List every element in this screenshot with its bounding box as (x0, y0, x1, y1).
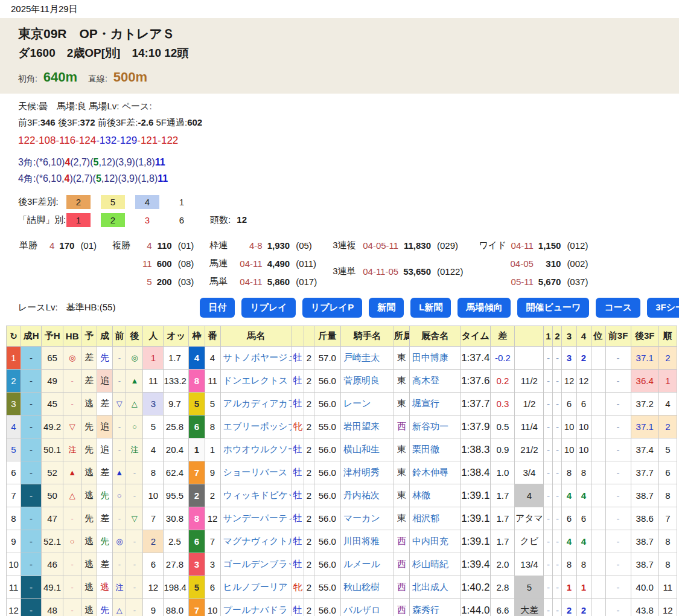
col-header-18[interactable]: 厩舎名 (410, 326, 461, 347)
horse-name[interactable]: アルカディアカフェ (220, 393, 292, 415)
col-header-13[interactable] (292, 326, 304, 347)
col-header-15[interactable]: 斤量 (314, 326, 340, 347)
corner3-pos: 6 (562, 393, 576, 415)
time-diff: 6.6 (491, 599, 515, 616)
col-header-19[interactable]: タイム (461, 326, 491, 347)
col-header-5[interactable]: 成 (97, 326, 113, 347)
horse-name[interactable]: マグナヴィクトル (220, 530, 292, 553)
button-replay[interactable]: リプレイ (241, 298, 295, 318)
jockey-name[interactable]: ルメール (340, 553, 394, 576)
col-header-29[interactable]: 順 (658, 326, 677, 347)
col-header-21[interactable] (515, 326, 544, 347)
hb-mark: - (63, 553, 81, 576)
jockey-name[interactable]: バルザロ (340, 599, 394, 616)
col-header-9[interactable]: オッ (164, 326, 189, 347)
col-header-16[interactable]: 騎手名 (340, 326, 394, 347)
jockey-name[interactable]: レーン (340, 393, 394, 415)
results-table-wrap: ↻成H予HHB予成前後人オッ枠番馬名斤量騎手名所属厩舎名タイム差1234位前3F… (6, 326, 679, 616)
kurai-cell (591, 484, 605, 507)
col-header-8[interactable]: 人 (143, 326, 164, 347)
seih-cell: - (21, 576, 42, 599)
button-replay-p[interactable]: リプレイP (302, 298, 362, 318)
payout-line: 3連複04-05-1111,830(029) (331, 236, 464, 254)
payout-line: 11600(08) (111, 254, 195, 272)
finish-position: 2 (7, 370, 21, 393)
col-header-22[interactable]: 1 (544, 326, 553, 347)
horse-name[interactable]: ゴールデンブラッド (220, 553, 292, 576)
horse-name[interactable]: ドンエレクトス (220, 370, 292, 393)
yoh-cell: 50.1 (42, 438, 63, 461)
col-header-27[interactable]: 前3F (605, 326, 631, 347)
horse-name[interactable]: エブリーポッシブル (220, 415, 292, 438)
col-header-26[interactable]: 位 (591, 326, 605, 347)
horse-name[interactable]: プールナバドラ (220, 599, 292, 616)
col-header-20[interactable]: 差 (491, 326, 515, 347)
stable-name[interactable]: 栗田徹 (410, 438, 461, 461)
button-track-trend[interactable]: 馬場傾向 (457, 298, 511, 318)
last3f-rank: 1 (658, 370, 677, 393)
col-header-12[interactable]: 馬名 (220, 326, 292, 347)
stable-name[interactable]: 杉山晴紀 (410, 553, 461, 576)
margin: 1/2 (515, 393, 544, 415)
horse-name[interactable]: ウィッキドピケット (220, 484, 292, 507)
refresh-icon[interactable]: ↻ (7, 326, 21, 347)
stable-name[interactable]: 森秀行 (410, 599, 461, 616)
corner1-pos: - (544, 599, 553, 616)
corner1-pos: - (544, 484, 553, 507)
stable-name[interactable]: 堀宣行 (410, 393, 461, 415)
age: 2 (304, 347, 314, 370)
col-header-1[interactable]: 成H (21, 326, 42, 347)
button-course[interactable]: コース (596, 298, 640, 318)
affiliation: 西 (394, 553, 410, 576)
stable-name[interactable]: 中内田充 (410, 530, 461, 553)
corner4-passing-line: 4角:(*6,10,4)(2,7)(5,12)(3,9)(1,8)11 (18, 173, 679, 185)
jockey-name[interactable]: マーカン (340, 507, 394, 530)
col-header-28[interactable]: 後3F (631, 326, 658, 347)
stable-name[interactable]: 北出成人 (410, 576, 461, 599)
col-header-10[interactable]: 枠 (189, 326, 205, 347)
stable-name[interactable]: 田中博康 (410, 347, 461, 370)
button-date[interactable]: 日付 (200, 298, 235, 318)
jockey-name[interactable]: 秋山稔樹 (340, 576, 394, 599)
col-header-4[interactable]: 予 (81, 326, 97, 347)
button-meeting-viewer[interactable]: 開催ビューワ (517, 298, 589, 318)
stable-name[interactable]: 林徹 (410, 484, 461, 507)
payout-label (477, 254, 508, 272)
jockey-name[interactable]: 川田将雅 (340, 530, 394, 553)
jockey-name[interactable]: 岩田望来 (340, 415, 394, 438)
col-header-17[interactable]: 所属 (394, 326, 410, 347)
stable-name[interactable]: 新谷功一 (410, 415, 461, 438)
jockey-name[interactable]: 戸崎圭太 (340, 347, 394, 370)
stable-name[interactable]: 相沢郁 (410, 507, 461, 530)
payout-numbers: 04-11 (237, 254, 263, 272)
col-header-14[interactable] (304, 326, 314, 347)
button-news[interactable]: 新聞 (369, 298, 404, 318)
button-l-news[interactable]: L新聞 (410, 298, 451, 318)
last3f: 37.2 (631, 393, 658, 415)
jockey-name[interactable]: 津村明秀 (340, 461, 394, 484)
sex: 牡 (292, 347, 304, 370)
stable-name[interactable]: 高木登 (410, 370, 461, 393)
col-header-25[interactable]: 4 (576, 326, 591, 347)
payout-tansho: 単勝4170(01) (18, 236, 98, 254)
button-3f-sheet[interactable]: 3Fシート (647, 298, 679, 318)
horse-name[interactable]: ホウオウルクソール (220, 438, 292, 461)
jockey-name[interactable]: 丹内祐次 (340, 484, 394, 507)
col-header-7[interactable]: 後 (126, 326, 143, 347)
first3f: - (605, 415, 631, 438)
col-header-6[interactable]: 前 (113, 326, 126, 347)
col-header-3[interactable]: HB (63, 326, 81, 347)
col-header-11[interactable]: 番 (205, 326, 220, 347)
jockey-name[interactable]: 横山和生 (340, 438, 394, 461)
col-header-2[interactable]: 予H (42, 326, 63, 347)
stable-name[interactable]: 鈴木伸尋 (410, 461, 461, 484)
horse-name[interactable]: ショーリバース (220, 461, 292, 484)
horse-name[interactable]: サンデーパーティー (220, 507, 292, 530)
col-header-23[interactable]: 2 (553, 326, 562, 347)
col-header-24[interactable]: 3 (562, 326, 576, 347)
payout-popularity: (05) (291, 236, 318, 254)
jockey-name[interactable]: 菅原明良 (340, 370, 394, 393)
horse-name[interactable]: サトノボヤージュ (220, 347, 292, 370)
affiliation: 東 (394, 461, 410, 484)
horse-name[interactable]: ヒルノプーリア (220, 576, 292, 599)
